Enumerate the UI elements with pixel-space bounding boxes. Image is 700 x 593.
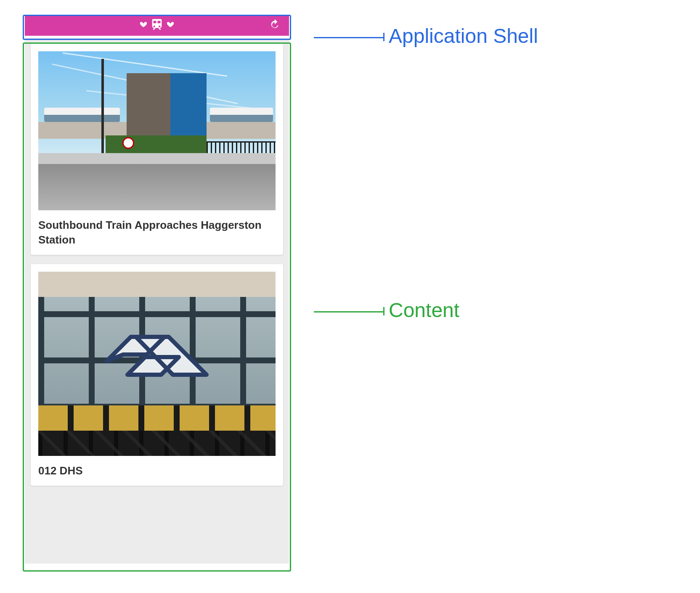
card-image (38, 51, 276, 210)
content-area: Southbound Train Approaches Haggerston S… (25, 38, 289, 564)
content-card[interactable]: 012 DHS (31, 264, 283, 486)
leader-tick-shell (383, 33, 384, 41)
card-title: 012 DHS (38, 463, 276, 478)
train-hearts-icon (150, 17, 164, 33)
card-title: Southbound Train Approaches Haggerston S… (38, 218, 276, 247)
leader-tick-content (383, 307, 384, 315)
refresh-icon (268, 18, 281, 31)
phone-mock: Southbound Train Approaches Haggerston S… (23, 15, 291, 564)
heart-icon (140, 21, 147, 30)
leader-line-shell (314, 37, 384, 38)
content-card[interactable]: Southbound Train Approaches Haggerston S… (31, 44, 283, 255)
heart-icon (167, 21, 174, 30)
refresh-button[interactable] (268, 18, 281, 32)
card-image (38, 272, 276, 456)
app-bar (25, 15, 289, 36)
label-application-shell: Application Shell (389, 24, 538, 48)
label-content: Content (389, 299, 459, 322)
app-logo (140, 17, 174, 33)
leader-line-content (314, 311, 384, 312)
ns-logo-icon (98, 324, 216, 385)
